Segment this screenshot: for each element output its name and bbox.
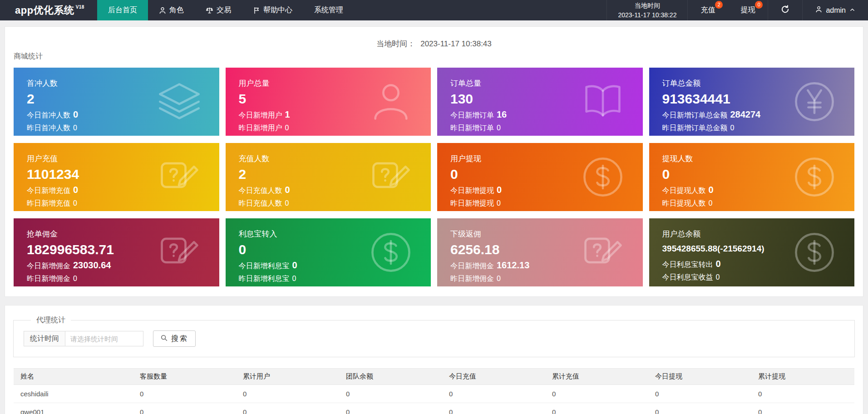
- withdraw-label: 提现: [740, 5, 755, 15]
- cell-value: 0: [545, 385, 648, 403]
- user-menu[interactable]: admin: [802, 0, 868, 20]
- stat-time-label: 统计时间: [24, 331, 65, 346]
- card-line-value: 0: [497, 124, 501, 132]
- card-title: 用户充值: [27, 153, 219, 164]
- search-button[interactable]: 搜索: [153, 330, 196, 347]
- col-name: 姓名: [14, 369, 133, 385]
- cell-value: 0: [648, 403, 751, 414]
- card-line-value: 0: [709, 185, 714, 195]
- agent-stats-panel: 代理统计 统计时间 搜索 姓名 客服数量 累计用户 团队余额 今日充值 累计充值…: [5, 305, 863, 414]
- stat-card-total-users: 用户总量 5 今日新增用户1 昨日新增用户0: [226, 68, 431, 136]
- card-line-value: 0: [292, 275, 296, 282]
- cell-value: 0: [339, 385, 442, 403]
- card-value: 6256.18: [450, 242, 643, 257]
- card-line-value: 16: [497, 109, 507, 119]
- card-value: 395428655.88(-21562914): [662, 244, 855, 256]
- menu-label: 交易: [217, 5, 231, 15]
- stat-card-total-orders: 订单总量 130 今日新增订单16 昨日新增订单0: [437, 68, 643, 136]
- stat-card-grab-commission: 抢单佣金 182996583.71 今日新增佣金23030.64 昨日新增佣金0: [14, 218, 219, 286]
- card-line-value: 1: [285, 109, 290, 119]
- col-total-users: 累计用户: [236, 369, 339, 385]
- card-value: 5: [239, 91, 431, 106]
- cell-name: qwe001: [14, 403, 133, 414]
- card-title: 首冲人数: [27, 78, 219, 89]
- top-navbar: app优化系统V18 后台首页 角色 交易 帮助中心 系统管理 当地时间 202…: [0, 0, 868, 20]
- card-line-value: 0: [497, 275, 501, 282]
- card-line-value: 0: [497, 185, 502, 195]
- card-line-value: 0: [285, 185, 290, 195]
- recharge-label: 充值: [700, 5, 715, 15]
- card-title: 下级返佣: [450, 229, 643, 239]
- menu-item-dashboard[interactable]: 后台首页: [97, 0, 148, 20]
- section-title: 商城统计: [14, 52, 863, 61]
- cell-value: 0: [545, 403, 648, 414]
- card-value: 913634441: [662, 91, 855, 106]
- menu-label: 后台首页: [108, 5, 137, 15]
- cell-value: 0: [442, 403, 545, 414]
- card-line-label: 昨日新增订单总金额: [662, 124, 728, 132]
- card-line-value: 1612.13: [497, 260, 529, 270]
- card-line-value: 0: [73, 275, 77, 282]
- card-line-label: 今日新增佣金: [27, 262, 70, 270]
- cell-value: 0: [236, 385, 339, 403]
- card-line-value: 0: [716, 259, 721, 269]
- menu-item-roles[interactable]: 角色: [148, 0, 195, 20]
- card-line-value: 0: [73, 124, 77, 132]
- card-line-label: 昨日新增用户: [239, 124, 282, 132]
- local-time-label: 当地时间: [635, 1, 660, 10]
- cell-value: 0: [648, 385, 751, 403]
- card-line-value: 0: [292, 260, 297, 270]
- mall-stats-panel: 当地时间：2023-11-17 10:38:43 商城统计 首冲人数 2 今日首…: [5, 26, 863, 297]
- card-line-label: 昨日充值人数: [239, 199, 282, 207]
- card-line-value: 284274: [730, 109, 761, 119]
- card-title: 用户总余额: [662, 229, 855, 239]
- page-time-label: 当地时间：: [376, 39, 415, 48]
- card-value: 2: [239, 167, 431, 182]
- menu-item-trade[interactable]: 交易: [195, 0, 242, 20]
- stat-card-total-order-amount: 订单总金额 913634441 今日新增订单总金额284274 昨日新增订单总金…: [649, 68, 855, 136]
- search-button-label: 搜索: [171, 334, 188, 344]
- withdraw-badge: 0: [755, 1, 763, 9]
- card-line-label: 昨日新增充值: [27, 199, 70, 207]
- menu-item-help-center[interactable]: 帮助中心: [242, 0, 303, 20]
- col-team-balance: 团队余额: [339, 369, 442, 385]
- scales-icon: [206, 7, 213, 14]
- card-title: 用户总量: [239, 78, 431, 89]
- stat-card-user-recharge: 用户充值 1101234 今日新增充值0 昨日新增充值0: [14, 143, 219, 211]
- agent-search-row: 统计时间 搜索: [24, 330, 854, 347]
- cell-value: 0: [751, 403, 854, 414]
- card-line-label: 今日新增佣金: [450, 262, 494, 270]
- refresh-button[interactable]: [768, 0, 802, 20]
- card-line-label: 今日新增提现: [450, 187, 494, 194]
- card-line-value: 0: [716, 273, 720, 281]
- cell-name: ceshidaili: [14, 385, 133, 403]
- stat-cards-grid: 首冲人数 2 今日首冲人数0 昨日首冲人数0 用户总量 5 今日新增用户1 昨日…: [14, 68, 854, 286]
- person-icon: [159, 7, 166, 14]
- flag-icon: [253, 7, 260, 14]
- navbar-right: 当地时间 2023-11-17 10:38:22 充值 2 提现 0 admin: [607, 0, 868, 20]
- card-value: 0: [662, 167, 855, 182]
- recharge-button[interactable]: 充值 2: [688, 0, 728, 20]
- card-title: 抢单佣金: [27, 229, 219, 239]
- stat-card-interest-transfer-in: 利息宝转入 0 今日新增利息宝0 昨日新增利息宝0: [226, 218, 431, 286]
- card-line-label: 昨日提现人数: [662, 199, 706, 207]
- stat-time-input[interactable]: [65, 331, 143, 346]
- user-icon: [815, 6, 822, 15]
- menu-label: 帮助中心: [263, 5, 292, 15]
- cell-value: 0: [133, 403, 236, 414]
- page-local-time: 当地时间：2023-11-17 10:38:43: [5, 27, 863, 49]
- stat-card-first-recharge-users: 首冲人数 2 今日首冲人数0 昨日首冲人数0: [14, 68, 219, 136]
- cell-value: 0: [339, 403, 442, 414]
- card-title: 提现人数: [662, 153, 855, 164]
- card-line-label: 今日新增利息宝: [239, 262, 290, 270]
- card-title: 充值人数: [239, 153, 431, 164]
- card-line-value: 0: [709, 199, 713, 207]
- card-line-label: 昨日新增提现: [450, 199, 494, 207]
- withdraw-button[interactable]: 提现 0: [728, 0, 768, 20]
- menu-item-system[interactable]: 系统管理: [303, 0, 354, 20]
- card-line-label: 今日利息宝转出: [662, 261, 713, 268]
- page-time-value: 2023-11-17 10:38:43: [420, 39, 492, 48]
- card-line-label: 昨日新增订单: [450, 124, 494, 132]
- card-value: 182996583.71: [27, 242, 219, 257]
- card-line-label: 今日利息宝收益: [662, 273, 713, 281]
